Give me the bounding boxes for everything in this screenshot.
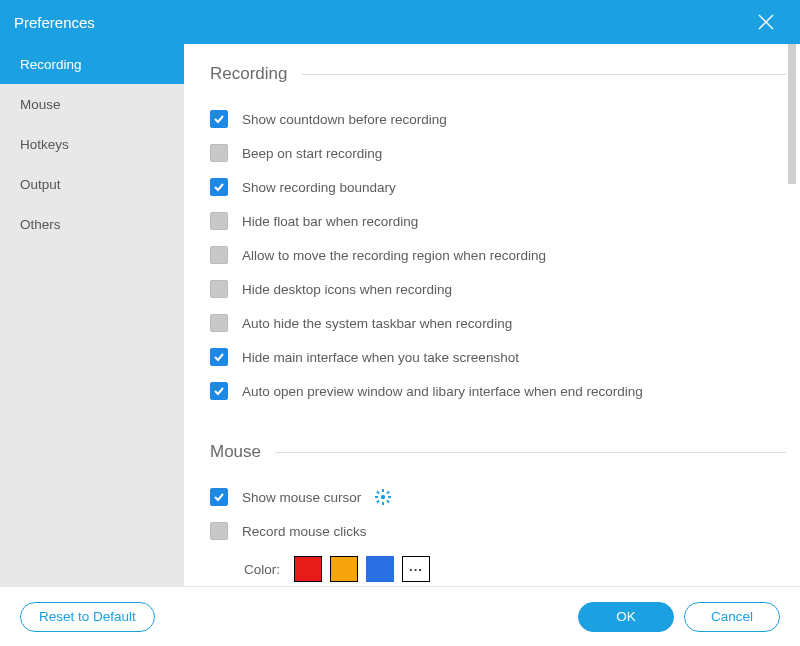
color-swatch-red[interactable]: [294, 556, 322, 582]
scrollbar-thumb[interactable]: [788, 44, 796, 184]
checkbox[interactable]: [210, 178, 228, 196]
close-button[interactable]: [746, 2, 786, 42]
option-label: Show recording boundary: [242, 180, 396, 195]
ok-button[interactable]: OK: [578, 602, 674, 632]
main-panel: Recording Show countdown before recordin…: [184, 44, 800, 586]
color-row: Color: ···: [210, 556, 786, 582]
sidebar-item-others[interactable]: Others: [0, 204, 184, 244]
svg-point-2: [381, 495, 385, 499]
checkbox[interactable]: [210, 246, 228, 264]
svg-rect-4: [382, 502, 384, 505]
option-label: Hide float bar when recording: [242, 214, 418, 229]
option-label: Auto open preview window and libary inte…: [242, 384, 643, 399]
option-row: Show recording boundary: [210, 170, 786, 204]
sidebar-item-label: Others: [20, 217, 61, 232]
color-label: Color:: [244, 562, 280, 577]
sidebar: Recording Mouse Hotkeys Output Others: [0, 44, 184, 586]
svg-rect-8: [387, 500, 391, 504]
sidebar-item-label: Output: [20, 177, 61, 192]
more-dots: ···: [409, 562, 423, 577]
sidebar-item-label: Mouse: [20, 97, 61, 112]
option-label: Show countdown before recording: [242, 112, 447, 127]
section-title-recording: Recording: [210, 64, 786, 84]
svg-rect-3: [382, 489, 384, 492]
checkbox-record-mouse-clicks[interactable]: [210, 522, 228, 540]
checkbox-show-mouse-cursor[interactable]: [210, 488, 228, 506]
gear-icon: [375, 489, 391, 505]
sidebar-item-label: Hotkeys: [20, 137, 69, 152]
option-label: Hide main interface when you take screen…: [242, 350, 519, 365]
sidebar-item-hotkeys[interactable]: Hotkeys: [0, 124, 184, 164]
option-label: Allow to move the recording region when …: [242, 248, 546, 263]
option-row: Auto hide the system taskbar when record…: [210, 306, 786, 340]
option-row: Hide float bar when recording: [210, 204, 786, 238]
footer: Reset to Default OK Cancel: [0, 586, 800, 646]
color-swatch-more[interactable]: ···: [402, 556, 430, 582]
section-title-text: Mouse: [210, 442, 261, 462]
scroll-area: Recording Show countdown before recordin…: [210, 44, 786, 586]
button-label: Cancel: [711, 609, 753, 624]
svg-rect-10: [377, 500, 381, 504]
option-row: Hide main interface when you take screen…: [210, 340, 786, 374]
option-show-mouse-cursor: Show mouse cursor: [210, 480, 786, 514]
divider: [302, 74, 787, 75]
titlebar: Preferences: [0, 0, 800, 44]
sidebar-item-mouse[interactable]: Mouse: [0, 84, 184, 124]
checkbox[interactable]: [210, 280, 228, 298]
option-label: Auto hide the system taskbar when record…: [242, 316, 512, 331]
option-record-mouse-clicks: Record mouse clicks: [210, 514, 786, 548]
checkbox[interactable]: [210, 212, 228, 230]
option-label: Hide desktop icons when recording: [242, 282, 452, 297]
reset-button[interactable]: Reset to Default: [20, 602, 155, 632]
svg-rect-7: [377, 491, 381, 495]
preferences-window: Preferences Recording Mouse Hotkeys Outp…: [0, 0, 800, 646]
svg-rect-6: [388, 496, 391, 498]
button-label: OK: [616, 609, 636, 624]
cursor-settings-button[interactable]: [375, 489, 391, 505]
checkbox[interactable]: [210, 110, 228, 128]
close-icon: [757, 13, 775, 31]
button-label: Reset to Default: [39, 609, 136, 624]
option-row: Beep on start recording: [210, 136, 786, 170]
window-title: Preferences: [14, 14, 95, 31]
option-label: Show mouse cursor: [242, 490, 361, 505]
divider: [275, 452, 786, 453]
cancel-button[interactable]: Cancel: [684, 602, 780, 632]
scrollbar[interactable]: [788, 44, 798, 586]
sidebar-item-output[interactable]: Output: [0, 164, 184, 204]
sidebar-item-label: Recording: [20, 57, 82, 72]
option-row: Show countdown before recording: [210, 102, 786, 136]
svg-rect-5: [375, 496, 378, 498]
body: Recording Mouse Hotkeys Output Others Re…: [0, 44, 800, 586]
checkbox[interactable]: [210, 314, 228, 332]
section-title-text: Recording: [210, 64, 288, 84]
option-row: Allow to move the recording region when …: [210, 238, 786, 272]
option-label: Beep on start recording: [242, 146, 382, 161]
section-title-mouse: Mouse: [210, 442, 786, 462]
checkbox[interactable]: [210, 382, 228, 400]
checkbox[interactable]: [210, 348, 228, 366]
color-swatch-blue[interactable]: [366, 556, 394, 582]
sidebar-item-recording[interactable]: Recording: [0, 44, 184, 84]
option-label: Record mouse clicks: [242, 524, 367, 539]
option-row: Hide desktop icons when recording: [210, 272, 786, 306]
option-row: Auto open preview window and libary inte…: [210, 374, 786, 408]
checkbox[interactable]: [210, 144, 228, 162]
color-swatch-orange[interactable]: [330, 556, 358, 582]
svg-rect-9: [387, 491, 391, 495]
